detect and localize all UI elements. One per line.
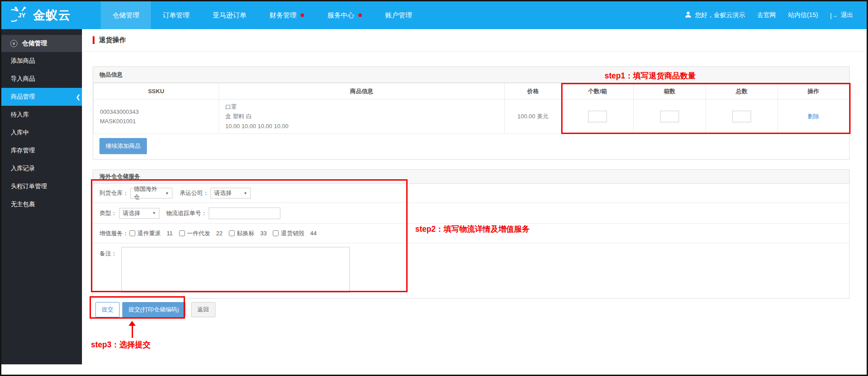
step3-annotation: step3：选择提交 bbox=[91, 339, 150, 350]
chevron-down-circle-icon: ∨ bbox=[10, 40, 17, 47]
nav-tab-warehouse[interactable]: 仓储管理 bbox=[101, 1, 151, 29]
cell-total bbox=[706, 99, 778, 134]
logout-icon: [→ bbox=[830, 12, 838, 19]
sidebar-item-inbound-in-progress[interactable]: 入库中 bbox=[1, 124, 82, 142]
select-arrow-icon: ▼ bbox=[165, 191, 169, 195]
vas-option-destroy[interactable]: 退货销毁 44 bbox=[273, 229, 316, 238]
col-price: 价格 bbox=[505, 83, 562, 99]
sidebar-item-unclaimed-packages[interactable]: 无主包裹 bbox=[1, 195, 82, 213]
redelivery-checkbox[interactable] bbox=[129, 230, 135, 236]
service-panel-title: 海外仓仓储服务 bbox=[93, 170, 849, 184]
cell-operation: 删除 bbox=[778, 99, 849, 134]
logout-link[interactable]: [→ 退出 bbox=[830, 11, 853, 19]
step1-annotation: step1：填写退货商品数量 bbox=[605, 70, 696, 81]
sidebar-item-first-leg-orders[interactable]: 头程订单管理 bbox=[1, 177, 82, 195]
step2-annotation: step2：填写物流详情及增值服务 bbox=[415, 224, 530, 234]
ant-logo-icon: JY bbox=[11, 7, 29, 24]
header-right: 您好，金蚁云演示 去官网 站内信(15) [→ 退出 bbox=[685, 1, 867, 29]
col-pcs-per-box: 个数/箱 bbox=[562, 83, 634, 99]
remark-row: 备注： bbox=[93, 243, 849, 298]
back-button[interactable]: 返回 bbox=[191, 302, 215, 317]
tracking-number-label: 物流追踪单号： bbox=[166, 209, 207, 217]
logo-text: 金蚁云 bbox=[33, 7, 71, 23]
carrier-label: 承运公司： bbox=[180, 189, 209, 197]
vas-option-relabel[interactable]: 贴换标 33 bbox=[229, 229, 266, 238]
title-accent-bar bbox=[93, 36, 95, 44]
vas-option-dropshipping[interactable]: 一件代发 22 bbox=[179, 229, 223, 238]
site-mail-link[interactable]: 站内信(15) bbox=[788, 11, 818, 19]
action-buttons: 提交 提交(打印仓储编码) 返回 bbox=[95, 302, 867, 317]
top-header: JY 金蚁云 仓储管理 订单管理 亚马逊订单 财务管理 服务中心 bbox=[1, 1, 867, 29]
sidebar-item-product-management[interactable]: 商品管理 ❮ bbox=[1, 88, 82, 106]
sidebar-item-pending-inbound[interactable]: 待入库 bbox=[1, 106, 82, 124]
sidebar-item-add-product[interactable]: 添加商品 bbox=[1, 52, 82, 70]
arrival-warehouse-select[interactable]: 德国海外仓 ▼ bbox=[130, 188, 172, 199]
user-greeting[interactable]: 您好，金蚁云演示 bbox=[685, 11, 745, 19]
collapse-chevron-icon[interactable]: ❮ bbox=[76, 94, 81, 100]
svg-text:JY: JY bbox=[18, 12, 26, 19]
arrival-warehouse-label: 到货仓库： bbox=[99, 189, 129, 197]
relabel-checkbox[interactable] bbox=[229, 230, 235, 236]
vas-label: 增值服务： bbox=[99, 229, 129, 238]
nav-tab-service-center[interactable]: 服务中心 bbox=[316, 1, 374, 29]
cell-price: 100.00 美元 bbox=[505, 99, 562, 134]
vas-option-redelivery[interactable]: 退件重派 11 bbox=[129, 229, 173, 238]
col-ssku: SSKU bbox=[94, 83, 219, 99]
official-site-link[interactable]: 去官网 bbox=[757, 11, 776, 19]
remark-textarea[interactable] bbox=[121, 247, 350, 293]
goods-table-header-row: SSKU 商品信息 价格 个数/箱 箱数 总数 操作 bbox=[94, 83, 849, 99]
sidebar-section-warehouse[interactable]: ∨ 仓储管理 bbox=[1, 35, 82, 52]
type-select[interactable]: 请选择 ▼ bbox=[119, 208, 159, 219]
app-window: JY 金蚁云 仓储管理 订单管理 亚马逊订单 财务管理 服务中心 bbox=[0, 0, 868, 376]
sidebar-item-inbound-records[interactable]: 入库记录 bbox=[1, 160, 82, 177]
sidebar-item-import-product[interactable]: 导入商品 bbox=[1, 70, 82, 88]
notification-dot bbox=[301, 13, 304, 17]
col-boxes: 箱数 bbox=[634, 83, 706, 99]
remark-label: 备注： bbox=[99, 250, 117, 258]
logo[interactable]: JY 金蚁云 bbox=[1, 1, 101, 29]
cell-boxes bbox=[634, 99, 706, 134]
notification-dot bbox=[358, 13, 362, 17]
content: 物品信息 SSKU 商品信息 价格 个数/箱 箱数 bbox=[82, 52, 867, 364]
user-icon bbox=[685, 11, 692, 19]
add-more-products-button[interactable]: 继续添加商品 bbox=[99, 138, 147, 154]
nav-tab-amazon-orders[interactable]: 亚马逊订单 bbox=[201, 1, 258, 29]
carrier-select[interactable]: 请选择 ▼ bbox=[211, 188, 251, 199]
total-input[interactable] bbox=[732, 111, 751, 122]
goods-table: SSKU 商品信息 价格 个数/箱 箱数 总数 操作 bbox=[93, 83, 849, 134]
nav-tab-finance[interactable]: 财务管理 bbox=[258, 1, 316, 29]
pcs-per-box-input[interactable] bbox=[588, 111, 607, 122]
goods-info-panel: 物品信息 SSKU 商品信息 价格 个数/箱 箱数 bbox=[93, 66, 850, 160]
step3-arrow-icon bbox=[129, 321, 136, 338]
nav-tab-orders[interactable]: 订单管理 bbox=[151, 1, 201, 29]
bottom-strip bbox=[1, 364, 867, 375]
select-arrow-icon: ▼ bbox=[152, 211, 156, 215]
submit-button[interactable]: 提交 bbox=[95, 302, 120, 317]
main-area: 退货操作 物品信息 SSKU 商品信息 bbox=[82, 29, 867, 364]
dropshipping-checkbox[interactable] bbox=[179, 230, 185, 236]
boxes-input[interactable] bbox=[660, 111, 679, 122]
select-arrow-icon: ▼ bbox=[244, 191, 247, 195]
page-title: 退货操作 bbox=[99, 36, 126, 44]
cell-ssku: 000343000343 MASK001001 bbox=[94, 99, 219, 134]
main-nav: 仓储管理 订单管理 亚马逊订单 财务管理 服务中心 账户管理 bbox=[101, 1, 424, 29]
goods-panel-title: 物品信息 bbox=[93, 67, 849, 83]
tracking-number-input[interactable] bbox=[209, 207, 280, 219]
warehouse-carrier-row: 到货仓库： 德国海外仓 ▼ 承运公司： 请选择 ▼ bbox=[93, 184, 849, 203]
sidebar-item-inventory-management[interactable]: 库存管理 bbox=[1, 142, 82, 160]
type-label: 类型： bbox=[99, 209, 117, 217]
delete-link[interactable]: 删除 bbox=[808, 113, 819, 120]
type-tracking-row: 类型： 请选择 ▼ 物流追踪单号： bbox=[93, 203, 849, 224]
goods-panel-footer: 继续添加商品 bbox=[93, 134, 849, 159]
destroy-checkbox[interactable] bbox=[273, 230, 279, 236]
col-total: 总数 bbox=[706, 83, 778, 99]
col-operation: 操作 bbox=[778, 83, 849, 99]
submit-print-button[interactable]: 提交(打印仓储编码) bbox=[122, 302, 185, 317]
cell-pcs-per-box bbox=[562, 99, 634, 134]
table-row: 000343000343 MASK001001 口罩 盒 塑料 白 10.00 … bbox=[94, 99, 849, 134]
nav-tab-account[interactable]: 账户管理 bbox=[374, 1, 424, 29]
col-product-info: 商品信息 bbox=[219, 83, 505, 99]
cell-product-info: 口罩 盒 塑料 白 10.00 10.00 10.00 10.00 bbox=[219, 99, 505, 134]
page-title-bar: 退货操作 bbox=[82, 29, 867, 52]
sidebar: ∨ 仓储管理 添加商品 导入商品 商品管理 ❮ 待入库 入库中 库存管理 bbox=[1, 29, 82, 364]
